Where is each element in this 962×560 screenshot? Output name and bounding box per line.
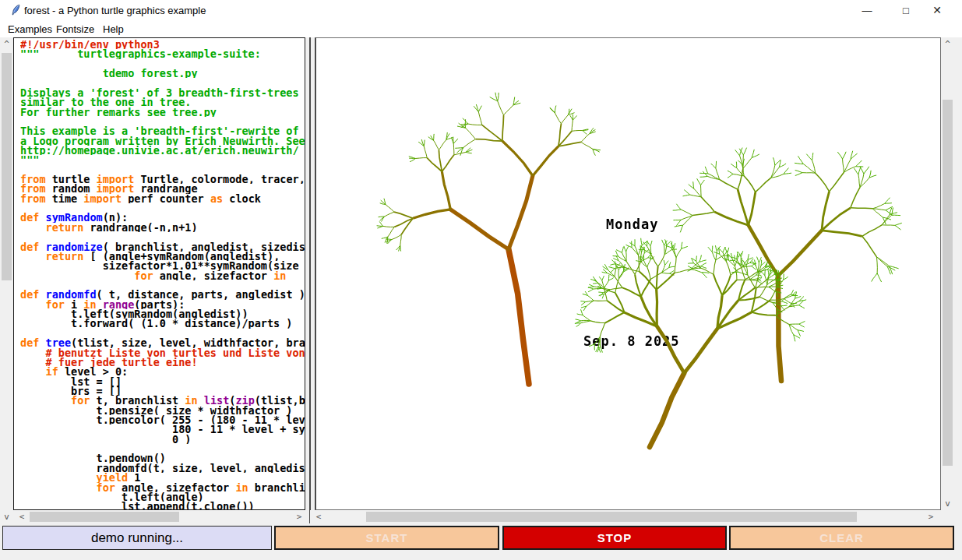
canvas-hscroll-thumb[interactable]	[366, 512, 857, 522]
code-line: a Logo program written by Erich Neuwirth…	[20, 136, 305, 146]
code-line	[20, 280, 305, 290]
code-line: def tree(tlist, size, level, widthfactor…	[20, 338, 305, 347]
clear-button[interactable]: CLEAR	[729, 526, 954, 550]
code-hscrollbar[interactable]: < >	[13, 510, 307, 523]
code-line: if level > 0:	[20, 367, 305, 376]
scroll-up-icon[interactable]: ^	[0, 39, 13, 49]
code-vscroll-thumb[interactable]	[2, 53, 12, 280]
app-window: forest - a Python turtle graphics exampl…	[0, 0, 962, 560]
turtle-canvas[interactable]	[316, 38, 940, 509]
code-line: return randrange(-n,n+1)	[20, 223, 305, 232]
code-line: http://homepage.univie.ac.at/erich.neuwi…	[20, 146, 305, 155]
menu-fontsize[interactable]: Fontsize	[53, 23, 97, 36]
turtle-canvas-frame	[315, 37, 941, 510]
code-line: for i in range(parts):	[20, 300, 305, 309]
minimize-button[interactable]: —	[849, 0, 885, 21]
canvas-hscrollbar[interactable]: < >	[310, 510, 939, 523]
code-line: t.left(angle)	[20, 492, 305, 502]
code-line: lst.append(t.clone())	[20, 502, 305, 510]
demo-control-bar: demo running... START STOP CLEAR	[0, 524, 962, 552]
code-line: For further remarks see tree.py	[20, 107, 305, 117]
code-line: return [ (angle+symRandom(angledist),	[20, 252, 305, 261]
code-line: sizefactor*1.01**symRandom(size	[20, 261, 305, 270]
code-line: for angle, sizefactor in	[20, 271, 305, 280]
code-line: from time import perf_counter as clock	[20, 194, 305, 203]
pane-sash[interactable]	[309, 37, 311, 523]
code-line: for t, branchlist in list(zip(tlist,b	[20, 396, 305, 405]
main-split: ^ v #!/usr/bin/env python3""" turtlegrap…	[0, 37, 962, 523]
code-line: tdemo_forest.py	[20, 69, 305, 78]
code-line: 0 )	[20, 435, 305, 444]
scroll-up-icon[interactable]: ^	[941, 39, 954, 49]
scroll-down-icon[interactable]: v	[0, 512, 13, 522]
code-line	[20, 329, 305, 338]
scroll-down-icon[interactable]: v	[941, 498, 954, 509]
code-line	[20, 444, 305, 453]
code-line: t.forward( (1.0 * distance)/parts )	[20, 319, 305, 328]
code-line: # fuer jede turtle eine!	[20, 357, 305, 367]
code-text: #!/usr/bin/env python3""" turtlegraphics…	[20, 40, 305, 510]
stop-button[interactable]: STOP	[502, 526, 727, 550]
title-bar[interactable]: forest - a Python turtle graphics exampl…	[0, 0, 962, 21]
code-line: t.left(symRandom(angledist))	[20, 309, 305, 319]
code-hscroll-thumb[interactable]	[30, 512, 179, 522]
code-line: t.pencolor( 255 - (180 - 11 * lev	[20, 415, 305, 424]
canvas-vscrollbar[interactable]: ^ v	[941, 37, 954, 510]
scroll-left-icon[interactable]: <	[313, 512, 324, 522]
scroll-right-icon[interactable]: >	[294, 512, 305, 522]
window-bottom-edge	[0, 552, 962, 560]
code-line	[20, 78, 305, 87]
code-line: #!/usr/bin/env python3	[20, 40, 305, 49]
code-line: def symRandom(n):	[20, 213, 305, 222]
code-line: """	[20, 155, 305, 164]
code-line	[20, 203, 305, 213]
menu-examples[interactable]: Examples	[5, 23, 55, 36]
code-vscrollbar[interactable]: ^ v	[0, 37, 13, 523]
canvas-vscroll-thumb[interactable]	[943, 100, 953, 466]
code-line: def randomfd( t, distance, parts, angled…	[20, 290, 305, 299]
code-line: similar to the one in tree.	[20, 97, 305, 107]
code-line: t.pensize( size * widthfactor )	[20, 406, 305, 415]
code-line: lst = []	[20, 377, 305, 386]
code-line	[20, 232, 305, 241]
code-line: def randomize( branchlist, angledist, si…	[20, 242, 305, 252]
code-line	[20, 165, 305, 174]
menu-help[interactable]: Help	[100, 23, 127, 36]
code-line: """ turtlegraphics-example-suite:	[20, 49, 305, 58]
code-line	[20, 117, 305, 126]
code-line: 180 - 11 * level + sy	[20, 424, 305, 434]
code-line: for angle, sizefactor in branchli	[20, 483, 305, 492]
code-line: from random import randrange	[20, 184, 305, 193]
code-editor[interactable]: #!/usr/bin/env python3""" turtlegraphics…	[13, 37, 305, 510]
code-line: Displays a 'forest' of 3 breadth-first-t…	[20, 88, 305, 97]
close-button[interactable]: ✕	[919, 0, 955, 21]
scroll-left-icon[interactable]: <	[16, 512, 27, 522]
code-line: yield 1	[20, 473, 305, 482]
code-line: This example is a 'breadth-first'-rewrit…	[20, 126, 305, 136]
code-line: brs = []	[20, 386, 305, 396]
code-line: randomfd(t, size, level, angledis	[20, 463, 305, 473]
code-line: t.pendown()	[20, 453, 305, 463]
window-title: forest - a Python turtle graphics exampl…	[24, 5, 206, 16]
status-label: demo running...	[2, 526, 272, 550]
code-line: from turtle import Turtle, colormode, tr…	[20, 174, 305, 184]
code-line	[20, 59, 305, 69]
code-line: # benutzt Liste von turtles und Liste vo…	[20, 348, 305, 357]
feather-icon	[9, 4, 22, 16]
menu-bar: Examples Fontsize Help	[0, 21, 962, 37]
scroll-right-icon[interactable]: >	[925, 512, 936, 522]
start-button[interactable]: START	[274, 526, 499, 550]
